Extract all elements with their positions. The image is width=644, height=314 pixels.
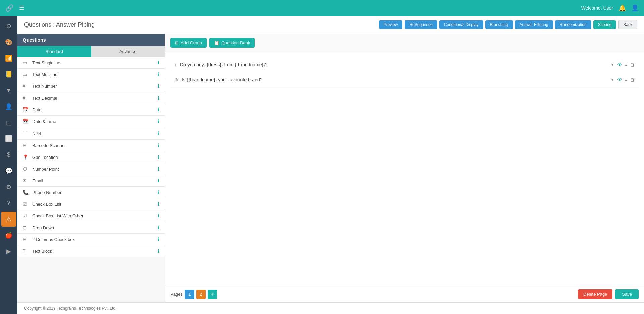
branching-button[interactable]: Branching (485, 20, 513, 29)
question-bank-button[interactable]: 📋 Question Bank (209, 38, 255, 48)
list-item[interactable]: ▭ Text Multiline ℹ (17, 69, 165, 80)
question-item-label: Text Singleline (32, 60, 158, 65)
user-profile-icon[interactable]: 👤 (631, 4, 639, 12)
list-item[interactable]: ☑ Check Box List With Other ℹ (17, 210, 165, 222)
info-icon[interactable]: ℹ (158, 83, 159, 89)
info-icon[interactable]: ℹ (158, 95, 159, 101)
survey-question-row: ↕ Do you buy {{dress}} from {{brandname}… (170, 57, 639, 72)
text-decimal-icon: # (23, 95, 29, 101)
resequence-button[interactable]: ReSequence (405, 20, 437, 29)
content-area: Questions : Answer Piping Preview ReSequ… (17, 16, 644, 314)
top-nav: 🔗 ☰ Welcome, User 🔔 👤 (0, 0, 644, 16)
preview-button[interactable]: Preview (379, 20, 403, 29)
info-icon[interactable]: ℹ (158, 190, 159, 195)
pages-bar: Pages 1 2 + Delete Page Save (165, 286, 644, 302)
main-content: Questions Standard Advance ▭ Text Single… (17, 34, 644, 302)
delete-question-button[interactable]: 🗑 (630, 77, 635, 82)
notification-icon[interactable]: 🔔 (619, 4, 626, 12)
randomization-button[interactable]: Randomization (555, 20, 591, 29)
save-button[interactable]: Save (615, 289, 639, 299)
page-2-button[interactable]: 2 (196, 290, 206, 299)
chevron-down-icon[interactable]: ▼ (610, 62, 614, 67)
info-icon[interactable]: ℹ (158, 131, 159, 136)
info-icon[interactable]: ℹ (158, 225, 159, 230)
add-group-icon: ⊞ (175, 40, 179, 45)
view-question-button[interactable]: 👁 (617, 77, 622, 82)
info-icon[interactable]: ℹ (158, 166, 159, 172)
info-icon[interactable]: ℹ (158, 178, 159, 183)
sidebar-item-apple[interactable]: 🍎 (1, 228, 16, 243)
list-item[interactable]: ▭ Text Singleline ℹ (17, 57, 165, 69)
tab-advance[interactable]: Advance (91, 46, 165, 57)
sidebar-item-home[interactable]: ⊙ (1, 19, 16, 34)
question-item-label: Text Multiline (32, 72, 158, 77)
list-item[interactable]: ⏱ Number Point ℹ (17, 163, 165, 175)
list-item[interactable]: 📅 Date ℹ (17, 104, 165, 116)
header-buttons: Preview ReSequence Conditional Display B… (379, 20, 637, 29)
tab-standard[interactable]: Standard (17, 46, 91, 57)
sidebar-item-filter[interactable]: ▼ (1, 83, 16, 98)
list-item[interactable]: ⊟ Drop Down ℹ (17, 222, 165, 234)
info-icon[interactable]: ℹ (158, 143, 159, 148)
add-page-button[interactable]: + (208, 290, 217, 299)
conditional-display-button[interactable]: Conditional Display (439, 20, 483, 29)
add-group-button[interactable]: ⊞ Add Group (170, 38, 207, 48)
list-item[interactable]: # Text Number ℹ (17, 80, 165, 92)
list-item[interactable]: ✉ Email ℹ (17, 175, 165, 187)
list-item[interactable]: ⊟ 2 Columns Check box ℹ (17, 234, 165, 245)
list-item[interactable]: # Text Decimal ℹ (17, 92, 165, 104)
info-icon[interactable]: ℹ (158, 154, 159, 160)
sidebar-item-deploy[interactable]: ▶ (1, 244, 16, 259)
page-header: Questions : Answer Piping Preview ReSequ… (17, 16, 644, 34)
list-item[interactable]: 📅 Date & Time ℹ (17, 116, 165, 127)
info-icon[interactable]: ℹ (158, 237, 159, 242)
sidebar-item-chat[interactable]: 💬 (1, 164, 16, 178)
info-icon[interactable]: ℹ (158, 213, 159, 218)
list-item[interactable]: 📍 Gps Location ℹ (17, 151, 165, 163)
list-item[interactable]: ⌒ NPS ℹ (17, 127, 165, 140)
sidebar-item-palette[interactable]: 🎨 (1, 35, 16, 50)
sidebar-item-wifi[interactable]: 📶 (1, 51, 16, 66)
question-item-label: Text Decimal (32, 96, 158, 101)
sidebar-item-alert[interactable]: ⚠ (1, 212, 16, 227)
sidebar-item-layers[interactable]: ◫ (1, 115, 16, 130)
nps-icon: ⌒ (23, 130, 29, 136)
menu-question-button[interactable]: ≡ (625, 62, 627, 67)
info-icon[interactable]: ℹ (158, 72, 159, 77)
list-item[interactable]: ☑ Check Box List ℹ (17, 198, 165, 210)
question-item-label: Number Point (32, 167, 158, 172)
sidebar-item-help[interactable]: ? (1, 196, 16, 210)
list-item[interactable]: 📞 Phone Number ℹ (17, 187, 165, 198)
sidebar-item-dollar[interactable]: $ (1, 147, 16, 162)
sidebar-item-book[interactable]: 📒 (1, 67, 16, 82)
info-icon[interactable]: ℹ (158, 119, 159, 124)
back-button[interactable]: Back (618, 20, 637, 29)
chevron-down-icon[interactable]: ▼ (610, 77, 614, 82)
list-item[interactable]: ⊟ Barcode Scanner ℹ (17, 140, 165, 151)
info-icon[interactable]: ℹ (158, 248, 159, 254)
list-item[interactable]: T Text Block ℹ (17, 245, 165, 257)
info-icon[interactable]: ℹ (158, 107, 159, 112)
top-nav-left: 🔗 ☰ (5, 4, 24, 12)
sidebar-item-user[interactable]: 👤 (1, 99, 16, 114)
scoring-button[interactable]: Scoring (593, 20, 616, 29)
view-question-button[interactable]: 👁 (617, 62, 622, 67)
columns-checkbox-icon: ⊟ (23, 237, 29, 242)
delete-page-button[interactable]: Delete Page (578, 289, 613, 299)
answer-filtering-button[interactable]: Answer Filtering (515, 20, 553, 29)
hamburger-menu[interactable]: ☰ (19, 4, 24, 12)
builder-toolbar: ⊞ Add Group 📋 Question Bank (165, 34, 644, 52)
info-icon[interactable]: ℹ (158, 60, 159, 65)
dropdown-icon: ⊟ (23, 225, 29, 230)
page-1-button[interactable]: 1 (185, 290, 194, 299)
menu-question-button[interactable]: ≡ (625, 77, 627, 82)
question-item-label: Text Number (32, 84, 158, 89)
sidebar-item-settings[interactable]: ⚙ (1, 180, 16, 194)
question-type-icon: ↕ (174, 62, 177, 67)
info-icon[interactable]: ℹ (158, 201, 159, 207)
sidebar-item-tablet[interactable]: ⬜ (1, 131, 16, 146)
question-item-label: Drop Down (32, 225, 158, 230)
delete-question-button[interactable]: 🗑 (630, 62, 635, 67)
app-body: ⊙ 🎨 📶 📒 ▼ 👤 ◫ ⬜ $ 💬 ⚙ ? ⚠ 🍎 ▶ Questions … (0, 16, 644, 314)
question-item-label: Gps Location (32, 155, 158, 160)
